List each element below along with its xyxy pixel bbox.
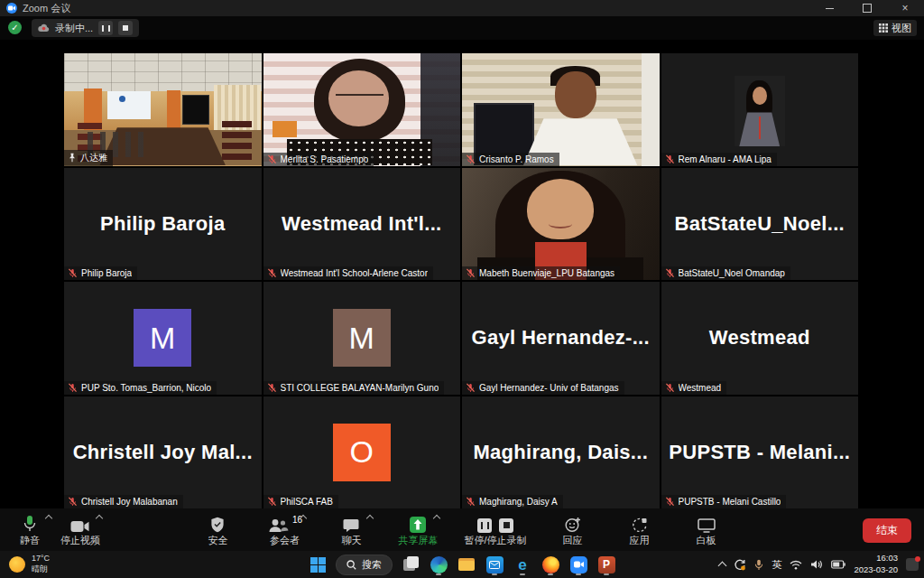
participants-button[interactable]: 16 参会者 bbox=[263, 509, 305, 551]
notification-tray-icon[interactable] bbox=[906, 558, 919, 571]
participant-name-label: Mabeth Buenviaje_LPU Batangas bbox=[462, 266, 620, 280]
participant-tile[interactable]: Crisanto P. Ramos bbox=[462, 53, 660, 166]
whiteboard-button[interactable]: 白板 bbox=[686, 509, 727, 551]
participant-tile[interactable]: Philip BarojaPhilip Baroja bbox=[64, 168, 262, 281]
participant-big-name: Maghirang, Dais... bbox=[462, 396, 660, 509]
chat-button[interactable]: 聊天 bbox=[330, 509, 372, 551]
weather-temperature: 17°C bbox=[32, 554, 50, 563]
participant-big-name: BatStateU_Noel... bbox=[661, 168, 859, 281]
meeting-topbar: ✓ 录制中... 视图 bbox=[0, 16, 924, 40]
microphone-tray-icon[interactable] bbox=[754, 559, 763, 571]
windows-logo-icon bbox=[310, 557, 326, 573]
participant-photo bbox=[462, 168, 660, 281]
end-meeting-button[interactable]: 结束 bbox=[863, 518, 911, 543]
muted-mic-icon bbox=[267, 268, 277, 278]
participant-name-label: 八达雅 bbox=[64, 150, 113, 166]
stop-icon[interactable] bbox=[499, 518, 513, 533]
participant-tile[interactable]: Mabeth Buenviaje_LPU Batangas bbox=[462, 168, 660, 281]
pin-icon bbox=[68, 153, 77, 163]
encryption-shield-icon[interactable]: ✓ bbox=[8, 21, 22, 34]
taskbar-search[interactable]: 搜索 bbox=[336, 555, 393, 575]
share-chevron-icon[interactable] bbox=[433, 514, 440, 521]
search-icon bbox=[346, 560, 356, 570]
participant-tile[interactable]: Westmead Int'l...Westmead Int'l School-A… bbox=[263, 168, 461, 281]
sun-weather-icon bbox=[9, 556, 25, 573]
grid-view-icon bbox=[879, 23, 888, 33]
participant-tile[interactable]: 八达雅 bbox=[64, 53, 262, 166]
participant-name-label: Maghirang, Daisy A bbox=[462, 495, 563, 508]
file-explorer-icon[interactable] bbox=[457, 553, 476, 576]
apps-button[interactable]: 应用 bbox=[619, 509, 661, 551]
reactions-button[interactable]: 回应 bbox=[552, 509, 594, 551]
taskbar-clock[interactable]: 16:03 2023-03-20 bbox=[854, 553, 898, 576]
mail-icon[interactable] bbox=[485, 553, 504, 576]
muted-mic-icon bbox=[466, 497, 476, 507]
stop-recording-button[interactable] bbox=[118, 21, 133, 35]
participant-big-name: Philip Baroja bbox=[64, 168, 262, 281]
participant-tile[interactable]: WestmeadWestmead bbox=[661, 282, 859, 395]
apps-icon bbox=[632, 515, 647, 533]
participant-tile[interactable]: MPUP Sto. Tomas_Barrion, Nicolo bbox=[64, 282, 262, 395]
maximize-button[interactable] bbox=[848, 0, 886, 16]
participant-tile[interactable]: Maghirang, Dais...Maghirang, Daisy A bbox=[462, 396, 660, 509]
muted-mic-icon bbox=[267, 497, 277, 507]
search-label: 搜索 bbox=[362, 558, 382, 572]
pause-recording-button[interactable] bbox=[98, 21, 113, 35]
participant-name-label: PUP Sto. Tomas_Barrion, Nicolo bbox=[64, 381, 217, 395]
participant-tile[interactable]: Christell Joy Mal...Christell Joy Malaba… bbox=[64, 396, 262, 509]
firefox-icon[interactable] bbox=[541, 553, 560, 576]
participant-video bbox=[263, 53, 461, 166]
muted-mic-icon bbox=[466, 154, 476, 164]
participant-name-label: PUPSTB - Melani Castillo bbox=[661, 495, 787, 508]
pause-icon[interactable] bbox=[477, 518, 492, 533]
pause-stop-recording-label: 暂停/停止录制 bbox=[464, 536, 526, 545]
window-titlebar: Zoom 会议 × bbox=[0, 0, 924, 16]
participants-chevron-icon[interactable] bbox=[300, 514, 307, 521]
reactions-smiley-icon bbox=[565, 515, 581, 533]
participant-tile[interactable]: PUPSTB - Melani...PUPSTB - Melani Castil… bbox=[661, 396, 859, 509]
sync-tray-icon[interactable] bbox=[734, 559, 746, 571]
taskbar-weather-widget[interactable]: 17°C 晴朗 bbox=[9, 551, 50, 578]
weather-condition: 晴朗 bbox=[32, 564, 48, 573]
zoom-app-icon[interactable] bbox=[568, 553, 588, 576]
participant-big-name: Christell Joy Mal... bbox=[64, 396, 262, 509]
participant-tile[interactable]: OPhilSCA FAB bbox=[263, 396, 461, 509]
participant-tile[interactable]: MSTI COLLEGE BALAYAN-Marilyn Guno bbox=[263, 282, 461, 395]
muted-mic-icon bbox=[68, 268, 78, 278]
participant-big-name: Gayl Hernandez-... bbox=[462, 282, 660, 395]
view-label: 视图 bbox=[892, 22, 911, 35]
hidden-icons-chevron-icon[interactable] bbox=[718, 562, 727, 571]
participant-tile[interactable]: Gayl Hernandez-...Gayl Hernandez- Univ o… bbox=[462, 282, 660, 395]
share-screen-button[interactable]: 共享屏幕 bbox=[397, 509, 439, 551]
battery-icon[interactable] bbox=[831, 560, 845, 569]
cloud-recording-icon bbox=[38, 23, 50, 33]
shield-icon bbox=[210, 515, 225, 533]
participant-big-name: PUPSTB - Melani... bbox=[661, 396, 859, 509]
participant-tile[interactable]: Rem Alnaru - AMA Lipa bbox=[661, 53, 859, 166]
speaker-icon[interactable] bbox=[810, 559, 823, 570]
participant-tile[interactable]: Merlita S. Pasatiempo bbox=[263, 53, 461, 166]
share-screen-label: 共享屏幕 bbox=[398, 536, 438, 545]
participant-name-label: Crisanto P. Ramos bbox=[462, 153, 559, 166]
chat-chevron-icon[interactable] bbox=[366, 514, 374, 521]
muted-mic-icon bbox=[665, 497, 675, 507]
participant-photo bbox=[661, 53, 859, 166]
wifi-icon[interactable] bbox=[790, 560, 802, 570]
edge-legacy-icon[interactable]: e bbox=[513, 553, 532, 576]
pause-stop-recording-button[interactable]: 暂停/停止录制 bbox=[464, 509, 526, 551]
tray-date: 2023-03-20 bbox=[854, 564, 898, 574]
recording-status-label: 录制中... bbox=[55, 22, 93, 35]
minimize-button[interactable] bbox=[810, 0, 848, 16]
participant-name-label: PhilSCA FAB bbox=[263, 495, 338, 508]
view-button[interactable]: 视图 bbox=[873, 20, 917, 36]
participant-name-label: Christell Joy Malabanan bbox=[64, 495, 183, 508]
powerpoint-icon[interactable]: P bbox=[596, 553, 616, 576]
edge-browser-icon[interactable] bbox=[429, 553, 448, 576]
start-button[interactable] bbox=[308, 553, 328, 576]
input-method-indicator[interactable]: 英 bbox=[772, 558, 781, 572]
close-button[interactable]: × bbox=[886, 0, 924, 16]
participant-tile[interactable]: BatStateU_Noel...BatStateU_Noel Omandap bbox=[661, 168, 859, 281]
task-view-icon[interactable] bbox=[401, 553, 420, 576]
windows-taskbar: 17°C 晴朗 搜索 e P 英 16:03 2023-03-20 bbox=[0, 551, 924, 578]
security-button[interactable]: 安全 bbox=[197, 509, 238, 551]
